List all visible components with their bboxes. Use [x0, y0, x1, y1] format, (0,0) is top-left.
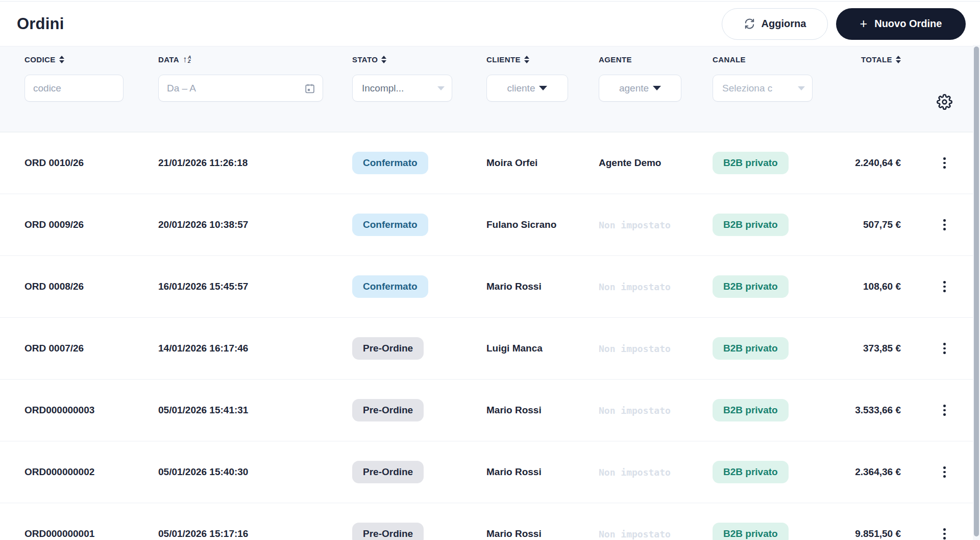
plus-icon: + [860, 17, 868, 30]
filter-col-stato: STATO Incompl... [352, 53, 486, 132]
cliente-filter-placeholder: cliente [507, 83, 535, 94]
column-label-data: DATA [158, 55, 179, 64]
order-status-cell: Pre-Ordine [352, 337, 486, 360]
sort-icon [59, 56, 64, 63]
table-settings-button[interactable] [937, 94, 952, 111]
order-agent: Agente Demo [599, 157, 713, 169]
table-row[interactable]: ORD 0007/26 14/01/2026 16:17:46 Pre-Ordi… [0, 318, 973, 380]
order-status-cell: Confermato [352, 275, 486, 298]
row-menu-button[interactable] [939, 277, 950, 296]
column-label-canale: CANALE [713, 55, 746, 64]
status-badge: Confermato [352, 214, 428, 236]
order-customer: Luigi Manca [486, 343, 599, 354]
date-range-input[interactable] [159, 83, 304, 94]
order-customer: Mario Rossi [486, 528, 599, 539]
order-status-cell: Pre-Ordine [352, 461, 486, 483]
calendar-icon[interactable] [304, 82, 315, 95]
column-label-codice: CODICE [24, 55, 56, 64]
order-customer: Mario Rossi [486, 466, 599, 478]
column-label-stato: STATO [352, 55, 378, 64]
status-badge: Confermato [352, 275, 428, 298]
row-menu-button[interactable] [939, 524, 950, 540]
refresh-button[interactable]: Aggiorna [722, 8, 828, 40]
row-menu-button[interactable] [939, 153, 950, 173]
column-header-codice[interactable]: CODICE [24, 53, 64, 65]
table-row[interactable]: ORD 0008/26 16/01/2026 15:45:57 Conferma… [0, 256, 973, 318]
filter-col-codice: CODICE [24, 53, 158, 132]
orders-page: Ordini Aggiorna + Nuovo Ordine CODICE [0, 0, 980, 540]
order-channel-cell: B2B privato [713, 152, 815, 174]
order-agent: Non impostato [599, 281, 713, 292]
order-agent: Non impostato [599, 467, 713, 478]
order-channel-cell: B2B privato [713, 337, 815, 360]
canale-filter-select[interactable]: Seleziona c [713, 75, 813, 102]
order-date: 05/01/2026 15:40:30 [158, 466, 352, 478]
order-channel-cell: B2B privato [713, 461, 815, 483]
order-code: ORD000000001 [24, 528, 158, 539]
channel-badge: B2B privato [713, 275, 789, 298]
status-badge: Pre-Ordine [352, 399, 424, 421]
order-code: ORD000000003 [24, 405, 158, 416]
column-header-cliente[interactable]: CLIENTE [486, 53, 529, 65]
channel-badge: B2B privato [713, 214, 789, 236]
order-total: 108,60 € [815, 281, 901, 292]
gear-icon [937, 94, 952, 110]
table-row[interactable]: ORD 0010/26 21/01/2026 11:26:18 Conferma… [0, 132, 973, 194]
new-order-button[interactable]: + Nuovo Ordine [836, 8, 966, 40]
chevron-down-icon [437, 86, 445, 90]
order-code: ORD 0010/26 [24, 157, 158, 169]
sort-icon [896, 56, 901, 63]
order-total: 373,85 € [815, 343, 901, 354]
sort-asc-icon: ↑AZ [183, 55, 191, 64]
order-total: 2.240,64 € [815, 157, 901, 169]
sort-icon [524, 56, 529, 63]
order-status-cell: Pre-Ordine [352, 523, 486, 540]
chevron-down-icon [653, 86, 661, 90]
order-status-cell: Pre-Ordine [352, 399, 486, 421]
table-row[interactable]: ORD 0009/26 20/01/2026 10:38:57 Conferma… [0, 194, 973, 256]
row-menu-icon [943, 219, 946, 222]
column-label-totale: TOTALE [861, 55, 892, 64]
order-channel-cell: B2B privato [713, 275, 815, 298]
table-row[interactable]: ORD000000001 05/01/2026 15:17:16 Pre-Ord… [0, 503, 973, 540]
order-channel-cell: B2B privato [713, 399, 815, 421]
channel-badge: B2B privato [713, 337, 789, 360]
stato-filter-select[interactable]: Incompl... [352, 75, 452, 102]
row-menu-button[interactable] [939, 215, 950, 234]
column-header-totale[interactable]: TOTALE [861, 53, 901, 65]
agente-filter-dropdown[interactable]: agente [599, 75, 681, 102]
order-date: 14/01/2026 16:17:46 [158, 343, 352, 354]
row-menu-button[interactable] [939, 339, 950, 358]
cliente-filter-dropdown[interactable]: cliente [486, 75, 568, 102]
column-header-data[interactable]: DATA ↑AZ [158, 53, 191, 65]
refresh-button-label: Aggiorna [762, 18, 806, 30]
row-menu-button[interactable] [939, 462, 950, 482]
codice-filter-input[interactable] [25, 83, 123, 94]
column-header-stato[interactable]: STATO [352, 53, 386, 65]
chevron-down-icon [798, 86, 805, 90]
order-channel-cell: B2B privato [713, 214, 815, 236]
status-badge: Confermato [352, 152, 428, 174]
filter-col-cliente: CLIENTE cliente [486, 53, 599, 132]
order-total: 9.851,50 € [815, 528, 901, 539]
order-actions-cell [901, 339, 973, 358]
filter-col-actions [901, 53, 973, 132]
order-actions-cell [901, 277, 973, 296]
scrollbar-thumb[interactable] [974, 46, 979, 536]
order-actions-cell [901, 524, 973, 540]
row-menu-button[interactable] [939, 401, 950, 420]
stato-filter-value: Incompl... [362, 83, 404, 94]
codice-filter [24, 75, 124, 102]
table-row[interactable]: ORD000000003 05/01/2026 15:41:31 Pre-Ord… [0, 380, 973, 441]
vertical-scrollbar[interactable] [973, 45, 980, 540]
order-agent: Non impostato [599, 405, 713, 416]
row-menu-icon [943, 528, 946, 531]
order-agent: Non impostato [599, 220, 713, 230]
channel-badge: B2B privato [713, 152, 789, 174]
chevron-down-icon [539, 86, 547, 90]
order-actions-cell [901, 153, 973, 173]
status-badge: Pre-Ordine [352, 337, 424, 360]
order-date: 20/01/2026 10:38:57 [158, 219, 352, 230]
table-row[interactable]: ORD000000002 05/01/2026 15:40:30 Pre-Ord… [0, 441, 973, 503]
order-agent: Non impostato [599, 529, 713, 539]
